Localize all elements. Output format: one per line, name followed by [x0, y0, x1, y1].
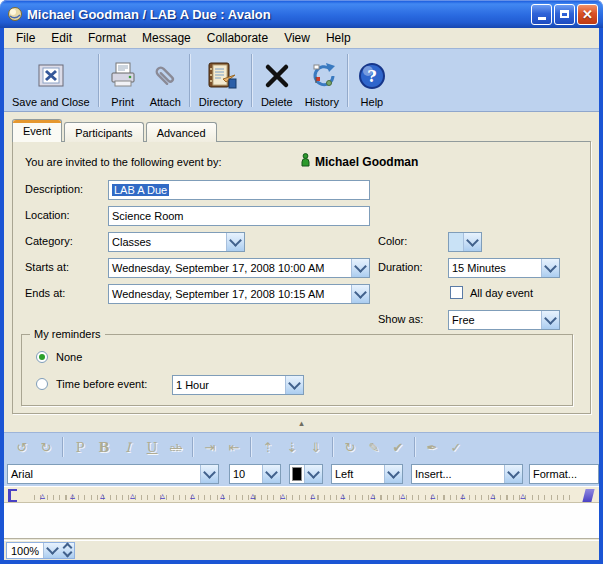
minimize-button[interactable]	[531, 4, 552, 25]
delete-button[interactable]: Delete	[255, 52, 299, 109]
italic-icon[interactable]: I	[116, 440, 140, 455]
person-icon	[301, 153, 310, 171]
space-above-icon[interactable]: ⇡	[256, 440, 280, 455]
font-toolbar: Arial 10 Left	[4, 463, 599, 485]
maximize-button[interactable]	[554, 4, 575, 25]
font-family-select[interactable]: Arial	[7, 464, 219, 484]
chevron-down-icon	[384, 465, 402, 483]
duration-label: Duration:	[378, 261, 423, 273]
window-frame: File Edit Format Message Collaborate Vie…	[4, 28, 599, 560]
menu-collaborate[interactable]: Collaborate	[199, 29, 276, 47]
tab-event[interactable]: Event	[12, 119, 62, 142]
menu-view[interactable]: View	[276, 29, 318, 47]
show-as-select[interactable]: Free	[448, 310, 560, 330]
app-icon	[7, 6, 23, 22]
reminder-time-label: Time before event:	[56, 378, 147, 390]
all-day-label: All day event	[470, 287, 533, 299]
description-input[interactable]: LAB A Due	[108, 180, 370, 200]
close-button[interactable]: ✕	[577, 4, 598, 25]
toolbar-separator	[414, 437, 416, 457]
save-and-close-icon	[36, 59, 66, 93]
menu-message[interactable]: Message	[134, 29, 199, 47]
attach-icon	[150, 59, 180, 93]
strikethrough-icon[interactable]: ab	[164, 442, 188, 453]
undo-icon[interactable]: ↺	[10, 440, 34, 455]
tab-participants[interactable]: Participants	[64, 122, 143, 142]
location-input[interactable]: Science Room	[108, 206, 370, 226]
underline-icon[interactable]: U	[140, 440, 164, 455]
approve-icon[interactable]: ✔	[386, 440, 410, 455]
category-label: Category:	[25, 235, 73, 247]
save-and-close-button[interactable]: Save and Close	[6, 52, 96, 109]
right-margin-marker[interactable]	[582, 489, 594, 502]
toolbar-separator	[332, 437, 334, 457]
text-color-swatch	[292, 467, 302, 481]
insert-select[interactable]: Insert...	[411, 464, 523, 484]
alignment-select[interactable]: Left	[331, 464, 403, 484]
category-select[interactable]: Classes	[108, 232, 245, 252]
all-day-checkbox[interactable]	[450, 286, 463, 299]
spellcheck-icon[interactable]: ✓	[444, 440, 468, 455]
chevron-down-icon	[262, 465, 280, 483]
chevron-down-icon	[285, 376, 303, 394]
redo-icon[interactable]: ↻	[34, 440, 58, 455]
menu-file[interactable]: File	[8, 29, 43, 47]
reminder-none-radio[interactable]	[36, 351, 48, 363]
signature-icon[interactable]: ✒	[420, 440, 444, 455]
indent-icon[interactable]: ⇥	[198, 440, 222, 455]
chevron-down-icon	[351, 285, 369, 303]
status-bar: 100%	[4, 540, 599, 560]
color-select[interactable]	[448, 232, 482, 252]
outdent-icon[interactable]: ⇤	[222, 440, 246, 455]
revert-icon[interactable]: ↻	[338, 440, 362, 455]
my-reminders-label: My reminders	[30, 328, 105, 340]
zoom-control[interactable]: 100%	[6, 542, 75, 559]
inviter-name: Michael Goodman	[315, 155, 418, 169]
menu-format[interactable]: Format	[80, 29, 134, 47]
chevron-down-icon	[463, 233, 481, 251]
toolbar-separator	[98, 54, 100, 107]
chevron-down-icon	[304, 465, 322, 483]
print-icon	[108, 59, 138, 93]
left-margin-marker[interactable]	[8, 489, 17, 502]
tab-advanced[interactable]: Advanced	[146, 122, 217, 142]
directory-button[interactable]: Directory	[193, 52, 249, 109]
bold-icon[interactable]: B	[92, 440, 116, 455]
format-select[interactable]: Format...	[529, 464, 599, 484]
reminder-none-label: None	[56, 351, 82, 363]
invited-by-label: You are invited to the following event b…	[25, 156, 222, 168]
print-button[interactable]: Print	[102, 52, 144, 109]
quote-icon[interactable]: ✎	[362, 440, 386, 455]
duration-select[interactable]: 15 Minutes	[448, 258, 560, 278]
reminder-time-select[interactable]: 1 Hour	[172, 375, 304, 395]
pane-splitter[interactable]: ▴	[4, 414, 599, 432]
zoom-value: 100%	[7, 545, 43, 557]
reminder-time-radio[interactable]	[36, 378, 48, 390]
space-below-icon[interactable]: ⇣	[280, 440, 304, 455]
move-down-icon[interactable]: ⇓	[304, 440, 328, 455]
titlebar: Michael Goodman / LAB A Due : Avalon ✕	[0, 0, 603, 28]
menu-edit[interactable]: Edit	[43, 29, 80, 47]
show-as-label: Show as:	[378, 313, 423, 325]
help-button[interactable]: ? Help	[351, 52, 393, 109]
directory-icon	[205, 59, 237, 93]
menu-bar: File Edit Format Message Collaborate Vie…	[4, 28, 599, 48]
history-button[interactable]: History	[299, 52, 345, 109]
content-area: Event Participants Advanced You are invi…	[4, 112, 599, 540]
text-color-select[interactable]	[289, 464, 323, 484]
attach-button[interactable]: Attach	[144, 52, 187, 109]
message-body[interactable]	[4, 503, 599, 539]
ruler[interactable]: ▵▵▵▵▵▵▵▵▵▵▵▵▵▵▵▵▵	[4, 486, 599, 503]
ends-at-select[interactable]: Wednesday, September 17, 2008 10:15 AM	[108, 284, 370, 304]
description-label: Description:	[25, 183, 83, 195]
ruler-tabstops[interactable]: ▵▵▵▵▵▵▵▵▵▵▵▵▵▵▵▵▵	[40, 490, 550, 501]
menu-help[interactable]: Help	[318, 29, 359, 47]
zoom-spinner[interactable]	[61, 543, 74, 558]
chevron-down-icon	[351, 259, 369, 277]
maximize-icon	[560, 10, 569, 18]
font-size-select[interactable]: 10	[229, 464, 281, 484]
window-title: Michael Goodman / LAB A Due : Avalon	[27, 7, 531, 22]
plain-style-icon[interactable]: P	[68, 440, 92, 455]
starts-at-select[interactable]: Wednesday, September 17, 2008 10:00 AM	[108, 258, 370, 278]
ends-at-label: Ends at:	[25, 287, 65, 299]
